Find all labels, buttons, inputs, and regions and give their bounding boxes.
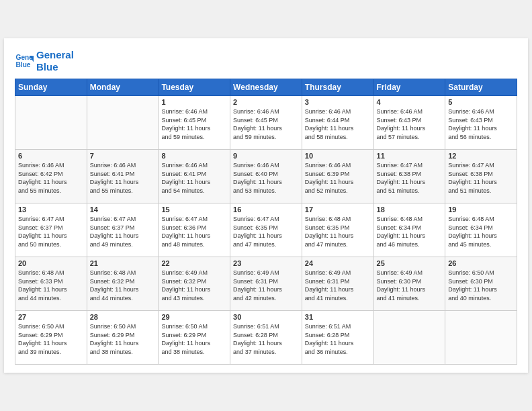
cell-info: Sunrise: 6:51 AM Sunset: 6:28 PM Dayligh… <box>305 322 371 356</box>
calendar-cell: 6Sunrise: 6:46 AM Sunset: 6:42 PM Daylig… <box>15 150 87 203</box>
cell-info: Sunrise: 6:48 AM Sunset: 6:34 PM Dayligh… <box>448 215 514 248</box>
calendar-cell: 23Sunrise: 6:49 AM Sunset: 6:31 PM Dayli… <box>230 257 302 311</box>
cell-info: Sunrise: 6:46 AM Sunset: 6:39 PM Dayligh… <box>305 161 371 195</box>
cell-info: Sunrise: 6:46 AM Sunset: 6:43 PM Dayligh… <box>448 107 514 141</box>
day-number: 5 <box>448 98 514 106</box>
calendar-cell: 12Sunrise: 6:47 AM Sunset: 6:38 PM Dayli… <box>445 150 517 203</box>
day-number: 30 <box>233 313 299 321</box>
weekday-header: Monday <box>87 79 159 96</box>
cell-info: Sunrise: 6:47 AM Sunset: 6:35 PM Dayligh… <box>233 215 299 248</box>
calendar-table: SundayMondayTuesdayWednesdayThursdayFrid… <box>15 79 517 365</box>
calendar-cell <box>373 311 445 365</box>
logo-icon: General Blue <box>15 52 34 71</box>
cell-info: Sunrise: 6:47 AM Sunset: 6:37 PM Dayligh… <box>90 215 156 248</box>
cell-info: Sunrise: 6:50 AM Sunset: 6:29 PM Dayligh… <box>161 322 227 356</box>
day-number: 14 <box>90 205 156 214</box>
logo-blue: Blue <box>36 61 74 73</box>
logo: General Blue General Blue <box>15 49 74 73</box>
calendar-cell: 24Sunrise: 6:49 AM Sunset: 6:31 PM Dayli… <box>302 257 373 311</box>
day-number: 17 <box>305 205 371 214</box>
calendar-cell: 21Sunrise: 6:48 AM Sunset: 6:32 PM Dayli… <box>87 257 159 311</box>
cell-info: Sunrise: 6:47 AM Sunset: 6:38 PM Dayligh… <box>377 161 443 195</box>
day-number: 25 <box>377 259 443 267</box>
calendar-cell: 16Sunrise: 6:47 AM Sunset: 6:35 PM Dayli… <box>230 203 302 257</box>
day-number: 8 <box>161 152 227 160</box>
cell-info: Sunrise: 6:49 AM Sunset: 6:30 PM Dayligh… <box>377 269 443 302</box>
calendar-cell: 13Sunrise: 6:47 AM Sunset: 6:37 PM Dayli… <box>15 203 87 257</box>
cell-info: Sunrise: 6:50 AM Sunset: 6:30 PM Dayligh… <box>448 269 514 302</box>
cell-info: Sunrise: 6:47 AM Sunset: 6:38 PM Dayligh… <box>448 161 514 195</box>
calendar-cell: 27Sunrise: 6:50 AM Sunset: 6:29 PM Dayli… <box>15 311 87 365</box>
calendar-cell: 4Sunrise: 6:46 AM Sunset: 6:43 PM Daylig… <box>373 96 445 150</box>
calendar-body: 1Sunrise: 6:46 AM Sunset: 6:45 PM Daylig… <box>15 96 517 365</box>
day-number: 21 <box>90 259 156 267</box>
weekday-header: Tuesday <box>159 79 230 96</box>
cell-info: Sunrise: 6:50 AM Sunset: 6:29 PM Dayligh… <box>18 322 84 356</box>
day-number: 1 <box>161 98 227 106</box>
cell-info: Sunrise: 6:49 AM Sunset: 6:32 PM Dayligh… <box>161 269 227 302</box>
day-number: 26 <box>448 259 514 267</box>
day-number: 24 <box>305 259 371 267</box>
calendar-cell: 1Sunrise: 6:46 AM Sunset: 6:45 PM Daylig… <box>159 96 230 150</box>
calendar-cell: 30Sunrise: 6:51 AM Sunset: 6:28 PM Dayli… <box>230 311 302 365</box>
cell-info: Sunrise: 6:49 AM Sunset: 6:31 PM Dayligh… <box>305 269 371 302</box>
calendar-cell: 28Sunrise: 6:50 AM Sunset: 6:29 PM Dayli… <box>87 311 159 365</box>
calendar-cell: 3Sunrise: 6:46 AM Sunset: 6:44 PM Daylig… <box>302 96 373 150</box>
cell-info: Sunrise: 6:48 AM Sunset: 6:35 PM Dayligh… <box>305 215 371 248</box>
day-number: 12 <box>448 152 514 160</box>
calendar-cell: 7Sunrise: 6:46 AM Sunset: 6:41 PM Daylig… <box>87 150 159 203</box>
calendar-week-row: 13Sunrise: 6:47 AM Sunset: 6:37 PM Dayli… <box>15 203 517 257</box>
calendar-header-row: SundayMondayTuesdayWednesdayThursdayFrid… <box>15 79 517 96</box>
weekday-header: Sunday <box>15 79 87 96</box>
calendar-cell: 29Sunrise: 6:50 AM Sunset: 6:29 PM Dayli… <box>159 311 230 365</box>
day-number: 6 <box>18 152 84 160</box>
day-number: 15 <box>161 205 227 214</box>
cell-info: Sunrise: 6:46 AM Sunset: 6:45 PM Dayligh… <box>233 107 299 141</box>
calendar-cell: 26Sunrise: 6:50 AM Sunset: 6:30 PM Dayli… <box>445 257 517 311</box>
weekday-header: Wednesday <box>230 79 302 96</box>
calendar-cell: 8Sunrise: 6:46 AM Sunset: 6:41 PM Daylig… <box>159 150 230 203</box>
calendar-cell: 15Sunrise: 6:47 AM Sunset: 6:36 PM Dayli… <box>159 203 230 257</box>
day-number: 31 <box>305 313 371 321</box>
calendar-week-row: 1Sunrise: 6:46 AM Sunset: 6:45 PM Daylig… <box>15 96 517 150</box>
cell-info: Sunrise: 6:46 AM Sunset: 6:40 PM Dayligh… <box>233 161 299 195</box>
calendar-cell: 10Sunrise: 6:46 AM Sunset: 6:39 PM Dayli… <box>302 150 373 203</box>
calendar-week-row: 20Sunrise: 6:48 AM Sunset: 6:33 PM Dayli… <box>15 257 517 311</box>
cell-info: Sunrise: 6:48 AM Sunset: 6:32 PM Dayligh… <box>90 269 156 302</box>
day-number: 28 <box>90 313 156 321</box>
day-number: 11 <box>377 152 443 160</box>
weekday-header: Thursday <box>302 79 373 96</box>
cell-info: Sunrise: 6:49 AM Sunset: 6:31 PM Dayligh… <box>233 269 299 302</box>
day-number: 3 <box>305 98 371 106</box>
cell-info: Sunrise: 6:48 AM Sunset: 6:34 PM Dayligh… <box>377 215 443 248</box>
day-number: 22 <box>161 259 227 267</box>
calendar-cell: 19Sunrise: 6:48 AM Sunset: 6:34 PM Dayli… <box>445 203 517 257</box>
calendar-header: General Blue General Blue <box>15 49 517 73</box>
day-number: 4 <box>377 98 443 106</box>
day-number: 23 <box>233 259 299 267</box>
calendar-cell <box>15 96 87 150</box>
calendar-week-row: 27Sunrise: 6:50 AM Sunset: 6:29 PM Dayli… <box>15 311 517 365</box>
calendar-cell: 25Sunrise: 6:49 AM Sunset: 6:30 PM Dayli… <box>373 257 445 311</box>
calendar-cell <box>87 96 159 150</box>
day-number: 10 <box>305 152 371 160</box>
calendar-cell: 20Sunrise: 6:48 AM Sunset: 6:33 PM Dayli… <box>15 257 87 311</box>
day-number: 16 <box>233 205 299 214</box>
weekday-header: Saturday <box>445 79 517 96</box>
day-number: 27 <box>18 313 84 321</box>
calendar-cell: 14Sunrise: 6:47 AM Sunset: 6:37 PM Dayli… <box>87 203 159 257</box>
cell-info: Sunrise: 6:50 AM Sunset: 6:29 PM Dayligh… <box>90 322 156 356</box>
day-number: 29 <box>161 313 227 321</box>
calendar-cell: 22Sunrise: 6:49 AM Sunset: 6:32 PM Dayli… <box>159 257 230 311</box>
cell-info: Sunrise: 6:51 AM Sunset: 6:28 PM Dayligh… <box>233 322 299 356</box>
calendar-cell: 11Sunrise: 6:47 AM Sunset: 6:38 PM Dayli… <box>373 150 445 203</box>
day-number: 19 <box>448 205 514 214</box>
day-number: 2 <box>233 98 299 106</box>
calendar-cell: 18Sunrise: 6:48 AM Sunset: 6:34 PM Dayli… <box>373 203 445 257</box>
calendar-cell <box>445 311 517 365</box>
cell-info: Sunrise: 6:47 AM Sunset: 6:37 PM Dayligh… <box>18 215 84 248</box>
day-number: 7 <box>90 152 156 160</box>
calendar-cell: 5Sunrise: 6:46 AM Sunset: 6:43 PM Daylig… <box>445 96 517 150</box>
calendar-cell: 2Sunrise: 6:46 AM Sunset: 6:45 PM Daylig… <box>230 96 302 150</box>
calendar-cell: 17Sunrise: 6:48 AM Sunset: 6:35 PM Dayli… <box>302 203 373 257</box>
